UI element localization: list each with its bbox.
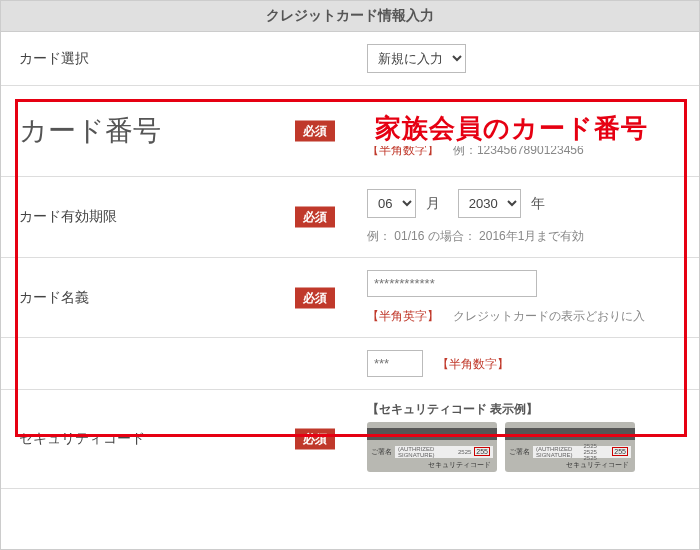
expiry-example: 例： 01/16 の場合： 2016年1月まで有効: [367, 228, 685, 245]
row-holder-name: カード名義 必須 【半角英字】 クレジットカードの表示どおりに入: [1, 258, 699, 338]
cvv-input[interactable]: [367, 350, 423, 377]
card-back-illustration: ご署名 (AUTHRIZED SIGNATURE) 2525 255 セキュリテ…: [367, 422, 497, 472]
label-card-number: カード番号: [19, 115, 161, 146]
annotation-callout: 家族会員のカード番号: [371, 111, 652, 146]
required-badge: 必須: [295, 121, 335, 142]
form-panel: クレジットカード情報入力 カード選択 新規に入力 カード番号 必須 【半角数: [0, 0, 700, 550]
signature-label: ご署名: [371, 447, 392, 457]
card-caption: セキュリティコード: [367, 458, 497, 472]
label-expiry: カード有効期限: [19, 208, 117, 224]
magstripe: [505, 428, 635, 440]
security-example-title: 【セキュリティコード 表示例】: [367, 401, 685, 418]
row-security-code: セキュリティコード 必須 【セキュリティコード 表示例】 ご署名 (AUTHRI…: [1, 390, 699, 489]
cvv-format-hint: 【半角数字】: [437, 357, 509, 371]
row-card-select: カード選択 新規に入力: [1, 32, 699, 86]
form-table: カード選択 新規に入力 カード番号 必須 【半角数字】 例：1234567890…: [1, 32, 699, 489]
signature-panel: (AUTHRIZED SIGNATURE) 2525 2525 2525 255: [533, 446, 631, 458]
holder-name-input[interactable]: [367, 270, 537, 297]
label-security-code: セキュリティコード: [19, 430, 145, 446]
row-expiry: カード有効期限 必須 06 月 2030 年 例： 01/16 の場合： 201…: [1, 177, 699, 258]
cvv-highlight: 255: [612, 447, 628, 456]
expiry-year-dropdown[interactable]: 2030: [458, 189, 521, 218]
security-example-cards: ご署名 (AUTHRIZED SIGNATURE) 2525 255 セキュリテ…: [367, 422, 685, 472]
expiry-month-suffix: 月: [426, 195, 440, 211]
holder-note: クレジットカードの表示どおりに入: [453, 309, 645, 323]
card-back-illustration: ご署名 (AUTHRIZED SIGNATURE) 2525 2525 2525…: [505, 422, 635, 472]
card-caption: セキュリティコード: [505, 458, 635, 472]
required-badge: 必須: [295, 429, 335, 450]
cvv-highlight: 255: [474, 447, 490, 456]
required-badge: 必須: [295, 207, 335, 228]
expiry-year-suffix: 年: [531, 195, 545, 211]
card-select-dropdown[interactable]: 新規に入力: [367, 44, 466, 73]
required-badge: 必須: [295, 287, 335, 308]
holder-format-hint: 【半角英字】: [367, 309, 439, 323]
label-holder-name: カード名義: [19, 289, 89, 305]
panel-header: クレジットカード情報入力: [1, 1, 699, 32]
signature-label: ご署名: [509, 447, 530, 457]
label-card-select: カード選択: [19, 50, 89, 66]
magstripe: [367, 428, 497, 440]
signature-panel: (AUTHRIZED SIGNATURE) 2525 255: [395, 446, 493, 458]
expiry-month-dropdown[interactable]: 06: [367, 189, 416, 218]
row-cvv-input: 【半角数字】: [1, 338, 699, 390]
panel-title: クレジットカード情報入力: [266, 7, 434, 23]
